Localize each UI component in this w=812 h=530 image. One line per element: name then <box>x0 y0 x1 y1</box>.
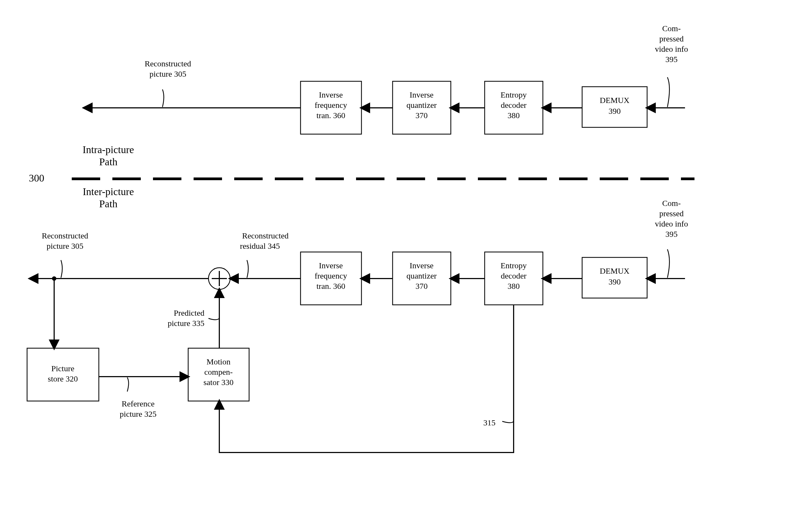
iq-l3-inter: 370 <box>416 281 428 291</box>
arrow-entropy-to-mc <box>219 305 513 452</box>
compressed-l4-intra: 395 <box>666 55 678 64</box>
iq-l2-intra: quantizer <box>406 100 437 110</box>
entropy-l3-inter: 380 <box>508 281 520 291</box>
iq-l1-inter: Inverse <box>410 261 434 270</box>
tick-residual <box>247 260 248 278</box>
compressed-l1-inter: Com- <box>662 199 681 208</box>
demux-ref-intra: 390 <box>609 107 621 115</box>
entropy-l1-inter: Entropy <box>501 261 527 270</box>
compressed-l2-intra: pressed <box>659 34 684 43</box>
reference-l1: Reference <box>121 399 155 408</box>
inter-path-l1: Inter-picture <box>83 186 134 197</box>
demux-label-intra: DEMUX <box>600 96 629 104</box>
predicted-l2: picture 335 <box>168 319 204 327</box>
ift-l3-intra: tran. 360 <box>317 111 346 120</box>
compressed-l2-inter: pressed <box>659 209 684 218</box>
residual-l1: Reconstructed <box>242 231 289 240</box>
compressed-l1-intra: Com- <box>662 24 681 33</box>
reconstructed-label-line1-intra: Reconstructed <box>145 59 191 68</box>
tick-reference <box>127 377 129 392</box>
ift-l1-inter: Inverse <box>319 261 343 270</box>
ift-l1-intra: Inverse <box>319 90 343 99</box>
intra-path-l2: Path <box>99 156 117 167</box>
demux-l1-inter: DEMUX <box>600 266 629 275</box>
tick-comp-intra <box>667 77 670 107</box>
compressed-l3-inter: video info <box>655 219 688 228</box>
sideinfo-ref: 315 <box>483 418 495 427</box>
compressed-l3-intra: video info <box>655 44 688 53</box>
reconstructed-label-line2-intra: picture 305 <box>149 69 186 78</box>
entropy-l3-intra: 380 <box>508 111 520 120</box>
reference-l2: picture 325 <box>120 409 157 418</box>
recon-l1-inter: Reconstructed <box>42 231 88 240</box>
tick-recon-intra <box>162 89 164 107</box>
picstore-l2: store 320 <box>48 374 78 383</box>
diagram-ref: 300 <box>29 172 44 184</box>
tick-recon-inter <box>61 260 62 278</box>
tick-315 <box>502 421 513 423</box>
tick-comp-inter <box>667 249 670 278</box>
iq-l1-intra: Inverse <box>410 90 434 99</box>
mc-l2: compen- <box>204 367 233 376</box>
entropy-l1-intra: Entropy <box>501 90 527 99</box>
mc-l1: Motion <box>207 357 230 366</box>
intra-path-l1: Intra-picture <box>83 144 134 155</box>
tick-predicted <box>208 318 219 320</box>
picstore-l1: Picture <box>52 364 74 373</box>
demux-l2-inter: 390 <box>609 277 621 286</box>
ift-l2-intra: frequency <box>315 100 347 110</box>
compressed-l4-inter: 395 <box>666 229 678 238</box>
residual-l2: residual 345 <box>240 241 280 250</box>
ift-l2-inter: frequency <box>315 271 347 280</box>
inter-path-l2: Path <box>99 198 117 209</box>
ift-l3-inter: tran. 360 <box>317 281 346 291</box>
decoder-diagram: DEMUX 390 Entropy decoder 380 Inverse qu… <box>0 0 812 530</box>
entropy-l2-intra: decoder <box>501 100 527 110</box>
predicted-l1: Predicted <box>174 308 204 317</box>
iq-l2-inter: quantizer <box>406 271 437 280</box>
entropy-l2-inter: decoder <box>501 271 527 280</box>
iq-l3-intra: 370 <box>416 111 428 120</box>
recon-l2-inter: picture 305 <box>46 241 83 250</box>
mc-l3: sator 330 <box>204 378 234 387</box>
